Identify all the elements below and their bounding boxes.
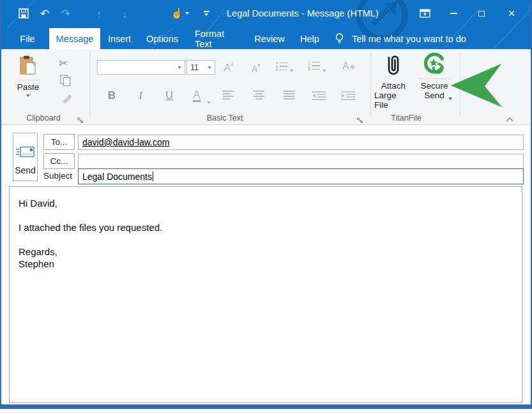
send-button[interactable]: Send — [13, 133, 38, 181]
format-painter-icon — [60, 94, 72, 104]
font-color-button[interactable]: A — [189, 87, 204, 104]
ribbon-display-options-icon — [420, 9, 430, 18]
font-color-dropdown[interactable] — [207, 95, 211, 107]
maximize-button[interactable] — [472, 4, 491, 23]
align-left-button[interactable] — [218, 87, 238, 104]
chevron-down-icon — [208, 66, 211, 69]
customize-quick-access-toolbar-button[interactable] — [198, 5, 215, 22]
bold-button[interactable]: B — [102, 87, 121, 104]
font-name-combo[interactable] — [97, 60, 185, 75]
secure-send-button[interactable]: Secure Send — [415, 52, 453, 112]
tab-options[interactable]: Options — [143, 28, 181, 49]
arrow-down-icon: ↓ — [122, 8, 127, 19]
body-line: Stephen — [19, 258, 513, 270]
bullets-icon — [276, 62, 287, 71]
minimize-button[interactable] — [444, 4, 463, 23]
numbering-button[interactable]: 1 2 3 — [308, 61, 320, 70]
to-field[interactable]: david@david-law.com — [78, 135, 524, 150]
align-right-button[interactable] — [279, 87, 298, 104]
touch-mode-icon: ☝ — [171, 8, 183, 19]
eraser-icon — [348, 64, 355, 70]
redo-button[interactable]: ↷ — [57, 5, 74, 22]
basic-text-dialog-launcher[interactable] — [357, 115, 365, 122]
chevron-up-icon — [506, 117, 513, 122]
tab-message[interactable]: Message — [49, 28, 100, 49]
body-line: Regards, — [19, 246, 513, 258]
secure-send-callout-arrow — [450, 62, 503, 109]
grow-font-button[interactable]: A▴ — [224, 61, 234, 75]
paste-dropdown-caret — [26, 94, 30, 97]
group-separator — [370, 52, 371, 117]
numbering-dropdown[interactable] — [323, 63, 326, 75]
align-center-icon — [254, 91, 264, 101]
touch-mode-dropdown[interactable] — [183, 5, 192, 22]
bullets-dropdown[interactable] — [290, 63, 294, 75]
move-down-button[interactable]: ↓ — [116, 5, 133, 22]
clear-formatting-button[interactable]: A — [342, 61, 355, 72]
customize-qat-icon — [204, 11, 209, 16]
titlebar: ↶ ↷ ↑ ↓ ☝ Legal Documents - Message (HTM… — [1, 0, 531, 28]
tab-insert[interactable]: Insert — [105, 28, 133, 49]
ribbon: Paste ✂ Clipboard — [1, 49, 531, 125]
cc-button[interactable]: Cc... — [43, 153, 75, 169]
copy-icon — [60, 75, 71, 87]
bullets-button[interactable] — [276, 62, 287, 71]
window-header: ↶ ↷ ↑ ↓ ☝ Legal Documents - Message (HTM… — [1, 0, 531, 49]
tab-review[interactable]: Review — [252, 28, 287, 49]
paperclip-icon — [385, 52, 402, 80]
titanfile-secure-send-icon — [423, 52, 446, 75]
to-recipient: david@david-law.com — [82, 137, 169, 147]
chevron-down-icon — [178, 66, 181, 69]
minimize-icon — [450, 13, 457, 14]
move-up-button[interactable]: ↑ — [91, 5, 107, 22]
maximize-icon — [478, 11, 485, 17]
increase-indent-button[interactable] — [337, 87, 359, 104]
basic-text-group-label: Basic Text — [193, 114, 257, 122]
ribbon-display-options-button[interactable] — [415, 4, 434, 23]
subject-field[interactable]: Legal Documents — [78, 168, 524, 184]
clipboard-dialog-launcher[interactable] — [77, 115, 85, 122]
attach-label-line2: Large File — [374, 91, 413, 110]
collapse-ribbon-button[interactable] — [506, 113, 513, 124]
subject-label: Subject — [43, 171, 72, 181]
message-body-editor[interactable]: Hi David, I attached the files you reque… — [9, 186, 522, 403]
paste-label: Paste — [17, 82, 40, 92]
scissors-icon: ✂ — [59, 57, 68, 70]
attach-large-file-button[interactable]: Attach Large File — [374, 52, 413, 112]
align-center-button[interactable] — [249, 87, 268, 104]
tab-help[interactable]: Help — [296, 28, 323, 49]
decrease-indent-icon — [312, 91, 326, 100]
body-line — [19, 209, 513, 221]
format-painter-button[interactable] — [60, 94, 72, 107]
lightbulb-icon — [335, 33, 344, 45]
copy-button[interactable] — [60, 75, 71, 89]
shrink-font-button[interactable]: A▾ — [252, 62, 261, 74]
secure-send-label-line2: Send — [424, 91, 445, 100]
tab-format-text[interactable]: Format Text — [191, 28, 243, 49]
to-button[interactable]: To... — [43, 134, 75, 150]
font-size-combo[interactable]: 11 — [186, 60, 215, 75]
close-button[interactable]: × — [502, 4, 521, 23]
tell-me-search[interactable]: Tell me what you want to do — [335, 28, 466, 49]
font-size-value: 11 — [187, 63, 199, 72]
undo-icon: ↶ — [40, 7, 49, 20]
cut-button[interactable]: ✂ — [59, 57, 68, 70]
cc-field[interactable] — [78, 154, 524, 169]
secure-send-label-line1: Secure — [421, 81, 448, 91]
italic-button[interactable]: I — [131, 87, 150, 104]
tab-file[interactable]: File — [13, 28, 42, 49]
group-separator — [89, 52, 90, 117]
outlook-message-window: ↶ ↷ ↑ ↓ ☝ Legal Documents - Message (HTM… — [0, 0, 532, 409]
attach-label-line1: Attach — [381, 81, 406, 91]
save-button[interactable] — [15, 5, 32, 22]
redo-icon: ↷ — [61, 7, 70, 20]
decrease-indent-button[interactable] — [308, 87, 330, 104]
numbering-icon: 1 2 3 — [308, 61, 320, 70]
undo-button[interactable]: ↶ — [36, 5, 53, 22]
underline-button[interactable]: U — [160, 87, 179, 104]
arrow-up-icon: ↑ — [96, 8, 102, 19]
text-cursor — [153, 172, 153, 181]
clipboard-group-label: Clipboard — [14, 114, 73, 122]
titanfile-group-label: TitanFile — [374, 114, 438, 122]
paste-button[interactable]: Paste — [14, 54, 42, 109]
